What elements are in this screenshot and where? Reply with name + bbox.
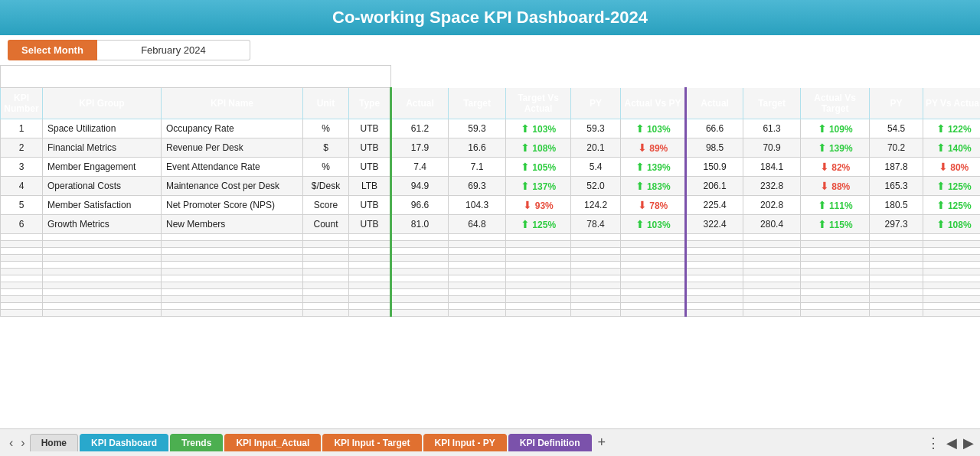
cell-ytd-py: 297.3 xyxy=(870,215,923,234)
cell-mtd-actual: 81.0 xyxy=(391,215,449,234)
cell-mtd-py: 78.4 xyxy=(571,215,621,234)
cell-mtd-tva: ⬇ 93% xyxy=(506,196,571,215)
table-row: 6 Growth Metrics New Members Count UTB 8… xyxy=(1,215,981,234)
tab-prev-button[interactable]: ‹ xyxy=(6,435,16,451)
cell-unit: Count xyxy=(303,215,349,234)
cell-name: Revenue Per Desk xyxy=(162,138,303,158)
col-ytd-avst: Actual Vs Target xyxy=(801,88,870,119)
table-row-empty xyxy=(1,275,981,282)
table-row: 3 Member Engagement Event Attendance Rat… xyxy=(1,158,981,177)
arrow-down-icon: ⬇ xyxy=(638,199,647,211)
col-kpi-number: KPI Number xyxy=(1,88,43,119)
select-month-button[interactable]: Select Month xyxy=(8,40,97,60)
page-header: Co-working Space KPI Dashboard-2024 xyxy=(0,0,980,35)
cell-mtd-tva: ⬆ 105% xyxy=(506,158,571,177)
tab-trends[interactable]: Trends xyxy=(170,434,223,451)
cell-ytd-actual: 225.4 xyxy=(686,196,743,215)
cell-ytd-pvsa: ⬇ 80% xyxy=(923,158,980,177)
tab-kpi-input-target[interactable]: KPI Input - Target xyxy=(322,434,421,451)
cell-mtd-avspy: ⬆ 139% xyxy=(621,158,686,177)
cell-type: UTB xyxy=(349,119,391,138)
arrow-up-icon: ⬆ xyxy=(936,142,946,154)
more-options-icon[interactable]: ⋮ xyxy=(926,435,940,451)
table-row: 1 Space Utilization Occupancy Rate % UTB… xyxy=(1,119,981,138)
table-row-empty xyxy=(1,262,981,269)
tab-next-button[interactable]: › xyxy=(18,435,28,451)
tab-kpi-definition[interactable]: KPI Definition xyxy=(508,434,592,451)
cell-mtd-target: 64.8 xyxy=(449,215,506,234)
tab-kpi-dashboard[interactable]: KPI Dashboard xyxy=(80,434,168,451)
mtd-section-header: MTD xyxy=(391,66,686,88)
cell-mtd-avspy: ⬆ 103% xyxy=(621,215,686,234)
cell-type: UTB xyxy=(349,215,391,234)
cell-type: LTB xyxy=(349,177,391,196)
cell-ytd-pvsa: ⬆ 108% xyxy=(923,215,980,234)
col-ytd-actual: Actual xyxy=(686,88,743,119)
cell-ytd-target: 184.1 xyxy=(743,158,801,177)
arrow-down-icon: ⬇ xyxy=(638,142,647,154)
cell-type: UTB xyxy=(349,138,391,158)
cell-ytd-actual: 322.4 xyxy=(686,215,743,234)
tab-home[interactable]: Home xyxy=(30,434,78,451)
arrow-up-icon: ⬆ xyxy=(521,218,530,230)
cell-mtd-py: 20.1 xyxy=(571,138,621,158)
cell-mtd-tva: ⬆ 108% xyxy=(506,138,571,158)
tab-kpi-input-py[interactable]: KPI Input - PY xyxy=(423,434,507,451)
tab-add-button[interactable]: + xyxy=(593,433,611,452)
cell-ytd-target: 232.8 xyxy=(743,177,801,196)
cell-mtd-py: 124.2 xyxy=(571,196,621,215)
scroll-right-icon[interactable]: ▶ xyxy=(963,435,974,451)
col-unit: Unit xyxy=(303,88,349,119)
cell-mtd-target: 69.3 xyxy=(449,177,506,196)
col-header-row: KPI Number KPI Group KPI Name Unit Type … xyxy=(1,88,981,119)
cell-ytd-avst: ⬆ 111% xyxy=(801,196,870,215)
table-row-empty xyxy=(1,289,981,296)
cell-group: Space Utilization xyxy=(43,119,162,138)
table-row-empty xyxy=(1,248,981,255)
cell-num: 6 xyxy=(1,215,43,234)
kpi-table-container: MTD YTD KPI Number KPI Group KPI Name Un… xyxy=(0,65,980,417)
cell-unit: $ xyxy=(303,138,349,158)
cell-mtd-avspy: ⬆ 103% xyxy=(621,119,686,138)
cell-ytd-target: 70.9 xyxy=(743,138,801,158)
arrow-up-icon: ⬆ xyxy=(635,218,645,230)
arrow-up-icon: ⬆ xyxy=(635,180,645,192)
cell-num: 3 xyxy=(1,158,43,177)
cell-name: New Members xyxy=(162,215,303,234)
cell-mtd-target: 104.3 xyxy=(449,196,506,215)
table-row-empty xyxy=(1,303,981,310)
cell-ytd-py: 187.8 xyxy=(870,158,923,177)
cell-mtd-py: 5.4 xyxy=(571,158,621,177)
cell-ytd-pvsa: ⬆ 122% xyxy=(923,119,980,138)
arrow-up-icon: ⬆ xyxy=(936,122,946,135)
cell-mtd-actual: 96.6 xyxy=(391,196,449,215)
section-header-row: MTD YTD xyxy=(1,66,981,88)
arrow-up-icon: ⬆ xyxy=(818,142,827,154)
arrow-up-icon: ⬆ xyxy=(818,218,827,230)
cell-mtd-actual: 7.4 xyxy=(391,158,449,177)
table-row-empty xyxy=(1,296,981,303)
cell-ytd-actual: 66.6 xyxy=(686,119,743,138)
cell-name: Maintenance Cost per Desk xyxy=(162,177,303,196)
cell-ytd-actual: 98.5 xyxy=(686,138,743,158)
page-title: Co-working Space KPI Dashboard-2024 xyxy=(332,8,648,27)
arrow-up-icon: ⬆ xyxy=(521,142,530,154)
cell-ytd-py: 180.5 xyxy=(870,196,923,215)
table-row-empty xyxy=(1,310,981,317)
cell-ytd-target: 202.8 xyxy=(743,196,801,215)
cell-group: Growth Metrics xyxy=(43,215,162,234)
arrow-up-icon: ⬆ xyxy=(521,180,530,192)
cell-group: Member Engagement xyxy=(43,158,162,177)
tab-bar: ‹ › Home KPI Dashboard Trends KPI Input_… xyxy=(0,428,980,456)
cell-type: UTB xyxy=(349,196,391,215)
tab-kpi-input-actual[interactable]: KPI Input_Actual xyxy=(224,434,321,451)
scroll-left-icon[interactable]: ◀ xyxy=(946,435,957,451)
col-mtd-py: PY xyxy=(571,88,621,119)
cell-name: Event Attendance Rate xyxy=(162,158,303,177)
cell-num: 4 xyxy=(1,177,43,196)
table-row: 5 Member Satisfaction Net Promoter Score… xyxy=(1,196,981,215)
cell-ytd-avst: ⬆ 115% xyxy=(801,215,870,234)
cell-mtd-avspy: ⬇ 78% xyxy=(621,196,686,215)
cell-mtd-actual: 94.9 xyxy=(391,177,449,196)
arrow-up-icon: ⬆ xyxy=(936,199,946,211)
